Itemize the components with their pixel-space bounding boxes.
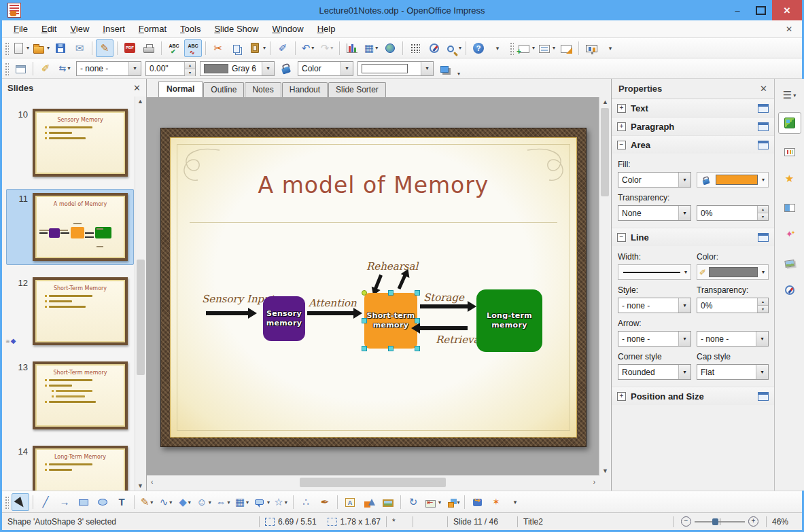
select-tool[interactable]: [12, 493, 29, 511]
animation-effects-tool[interactable]: ✶: [487, 493, 505, 511]
scroll-up-icon[interactable]: ▲: [602, 99, 608, 105]
scroll-right-icon[interactable]: ›: [593, 478, 595, 486]
collapse-icon[interactable]: −: [617, 141, 626, 149]
shape-sensory-memory[interactable]: Sensory memory: [263, 296, 305, 341]
copy-icon[interactable]: [228, 39, 246, 57]
minimize-button[interactable]: –: [726, 0, 749, 20]
menu-help[interactable]: Help: [311, 22, 342, 36]
transparency-value-input[interactable]: 0%▴▾: [697, 205, 769, 221]
menu-tools[interactable]: Tools: [174, 22, 207, 36]
tab-slide-sorter[interactable]: Slide Sorter: [328, 82, 386, 97]
undo-icon[interactable]: ↶▾: [299, 39, 317, 57]
menu-file[interactable]: File: [7, 22, 34, 36]
close-button[interactable]: ✕: [772, 0, 802, 20]
zoom-slider-track[interactable]: [695, 521, 745, 522]
selection-handle[interactable]: [388, 346, 394, 351]
section-position-size[interactable]: + Position and Size: [612, 387, 774, 405]
selection-handle-anim[interactable]: [362, 290, 367, 296]
new-document-icon[interactable]: ▾: [12, 39, 30, 57]
selection-handle[interactable]: [415, 290, 420, 296]
scrollbar-thumb[interactable]: [601, 108, 609, 196]
arrow-sensory-input[interactable]: [206, 311, 248, 315]
scroll-down-icon[interactable]: ▼: [602, 467, 608, 474]
zoom-in-button[interactable]: +: [748, 516, 758, 527]
fill-type-select[interactable]: Color▾: [298, 61, 353, 76]
toolbar-overflow-icon[interactable]: ▾: [457, 71, 460, 77]
menu-slide-show[interactable]: Slide Show: [208, 22, 264, 36]
tab-outline[interactable]: Outline: [203, 82, 244, 97]
dialog-launcher-icon[interactable]: [758, 104, 769, 113]
expand-icon[interactable]: +: [617, 104, 626, 113]
menu-view[interactable]: View: [64, 22, 95, 36]
rectangle-tool[interactable]: [75, 493, 92, 511]
section-line[interactable]: − Line: [612, 228, 774, 246]
line-style-select[interactable]: - none -▾: [618, 298, 691, 313]
maximize-button[interactable]: [749, 0, 772, 20]
paste-icon[interactable]: ▾: [247, 39, 266, 57]
slide-layout-icon[interactable]: ▾: [537, 39, 556, 57]
scrollbar-thumb[interactable]: [137, 260, 145, 375]
open-icon[interactable]: ▾: [31, 39, 50, 57]
tab-custom-animation[interactable]: ★: [778, 168, 801, 190]
slide-title[interactable]: A model of Memory: [171, 172, 576, 198]
flowchart-tool[interactable]: ▦▾: [233, 493, 251, 511]
selection-handle[interactable]: [362, 346, 367, 351]
scroll-down-icon[interactable]: ▼: [137, 482, 143, 489]
arrow-rehearsal-down[interactable]: [374, 274, 383, 289]
arrange-tool[interactable]: ▾: [443, 493, 461, 511]
arrow-storage[interactable]: [420, 304, 468, 308]
menu-edit[interactable]: Edit: [35, 22, 63, 36]
toolbar-overflow-icon[interactable]: ▾: [506, 493, 524, 511]
horizontal-scrollbar[interactable]: ‹ ›: [147, 475, 599, 491]
properties-close-icon[interactable]: ✕: [760, 84, 767, 94]
rotate-tool[interactable]: ↻: [404, 493, 422, 511]
menu-window[interactable]: Window: [266, 22, 309, 36]
fill-color-select[interactable]: ▾: [357, 61, 434, 76]
slide-design-icon[interactable]: [557, 39, 575, 57]
selection-handle[interactable]: [362, 318, 367, 323]
tab-notes[interactable]: Notes: [245, 82, 281, 97]
toolbar-grip[interactable]: [4, 62, 9, 75]
insert-picture-tool[interactable]: [379, 493, 397, 511]
fill-color-button[interactable]: ▾: [697, 172, 769, 188]
block-arrows-tool[interactable]: ⇔▾: [214, 493, 232, 511]
vertical-scrollbar[interactable]: ▲ ▼: [599, 97, 610, 476]
text-tool[interactable]: T: [113, 493, 130, 511]
tab-animation-effects[interactable]: ✦: [778, 224, 801, 245]
scroll-up-icon[interactable]: ▲: [137, 98, 143, 105]
arrow-style-icon[interactable]: ⇆▾: [56, 60, 73, 77]
expand-icon[interactable]: +: [617, 392, 626, 401]
selection-handle[interactable]: [415, 318, 420, 323]
toolbar-grip[interactable]: [4, 41, 9, 55]
corner-style-select[interactable]: Rounded▾: [618, 364, 691, 380]
callouts-tool[interactable]: ▾: [252, 493, 270, 511]
menu-insert[interactable]: Insert: [97, 22, 131, 36]
tab-slide-transition[interactable]: [778, 196, 801, 217]
email-icon[interactable]: ✉: [71, 39, 88, 57]
styles-window-icon[interactable]: [12, 60, 29, 77]
print-icon[interactable]: [140, 39, 158, 57]
cap-style-select[interactable]: Flat▾: [697, 364, 769, 380]
insert-chart-icon[interactable]: [343, 39, 361, 57]
edit-points-tool[interactable]: ∴: [297, 493, 315, 511]
tab-normal[interactable]: Normal: [158, 81, 203, 97]
status-zoom-percent[interactable]: 46%: [767, 517, 802, 527]
navigator-icon[interactable]: [425, 39, 443, 57]
dialog-launcher-icon[interactable]: [758, 122, 769, 131]
export-pdf-icon[interactable]: PDF: [121, 39, 139, 57]
slide-canvas[interactable]: A model of Memory Sensory Input Sensory …: [160, 128, 587, 447]
new-slide-icon[interactable]: ▾: [517, 39, 536, 57]
arrow-end-select[interactable]: - none -▾: [697, 331, 769, 347]
stars-tool[interactable]: ☆▾: [272, 493, 290, 511]
help-icon[interactable]: ?: [470, 39, 487, 57]
line-width-button[interactable]: ▾: [618, 264, 691, 280]
cut-icon[interactable]: ✂: [209, 39, 227, 57]
zoom-out-button[interactable]: −: [681, 516, 691, 527]
label-attention[interactable]: Attention: [309, 297, 357, 309]
clone-formatting-icon[interactable]: ✐: [274, 39, 292, 57]
menu-format[interactable]: Format: [133, 22, 173, 36]
area-style-icon[interactable]: [277, 60, 295, 77]
label-storage[interactable]: Storage: [423, 291, 464, 304]
insert-table-icon[interactable]: ▦▾: [362, 39, 380, 57]
line-color-button[interactable]: ✐▾: [697, 264, 769, 280]
